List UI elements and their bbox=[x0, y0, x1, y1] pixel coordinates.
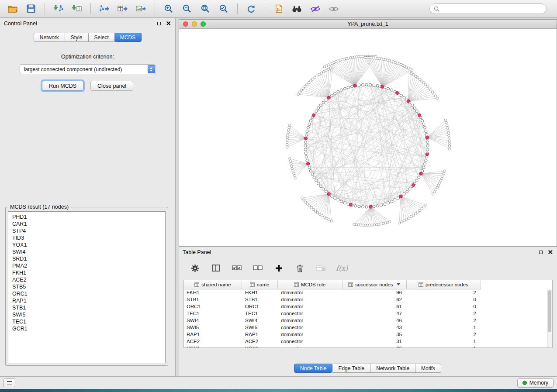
deselect-all-rows-button[interactable] bbox=[252, 262, 263, 274]
table-cell: FKH1 bbox=[184, 289, 242, 296]
run-mcds-button[interactable]: Run MCDS bbox=[42, 81, 83, 91]
export-network-button[interactable] bbox=[96, 2, 113, 16]
import-table-button[interactable] bbox=[69, 2, 85, 16]
control-tab-mcds[interactable]: MCDS bbox=[114, 33, 142, 42]
table-row[interactable]: SWI5SWI5connector431 bbox=[184, 324, 481, 331]
mcds-result-item[interactable]: ORC1 bbox=[8, 290, 165, 297]
zoom-selected-button[interactable] bbox=[215, 2, 232, 16]
zoom-in-button[interactable] bbox=[160, 2, 177, 16]
zoom-out-button[interactable] bbox=[179, 2, 195, 16]
mcds-result-item[interactable]: GCR1 bbox=[8, 325, 165, 332]
mcds-result-item[interactable]: FKH1 bbox=[8, 269, 165, 276]
open-session-button[interactable] bbox=[4, 2, 21, 16]
control-tab-style[interactable]: Style bbox=[65, 33, 89, 42]
column-header-shared-name[interactable]: shared name bbox=[184, 280, 242, 289]
column-type-icon bbox=[250, 282, 255, 287]
zoom-fit-button[interactable] bbox=[197, 2, 214, 16]
mcds-result-item[interactable]: SWI4 bbox=[8, 248, 165, 255]
mcds-result-item[interactable]: TEC1 bbox=[8, 318, 165, 325]
search-input[interactable] bbox=[442, 6, 542, 12]
table-cell: 1 bbox=[406, 345, 481, 348]
table-cell: 61 bbox=[342, 303, 406, 310]
mcds-result-item[interactable]: TID3 bbox=[8, 234, 165, 241]
mcds-result-item[interactable]: ACE2 bbox=[8, 276, 165, 283]
close-table-panel-icon[interactable]: ✕ bbox=[547, 250, 553, 254]
select-stepper-icon[interactable] bbox=[148, 65, 155, 73]
column-header-MCDS-role[interactable]: MCDS role bbox=[277, 280, 342, 289]
mcds-result-item[interactable]: STB5 bbox=[8, 283, 165, 290]
network-window-titlebar[interactable]: YPA_prune.txt_1 bbox=[179, 20, 557, 29]
network-graph[interactable] bbox=[179, 29, 557, 246]
table-tab-motifs[interactable]: Motifs bbox=[415, 364, 441, 373]
toolbar-separator bbox=[265, 3, 265, 14]
status-menu-button[interactable] bbox=[3, 378, 15, 387]
close-panel-button[interactable]: Close panel bbox=[90, 81, 133, 91]
save-session-button[interactable] bbox=[23, 2, 39, 16]
create-column-button[interactable] bbox=[273, 262, 284, 274]
mcds-result-item[interactable]: SRD1 bbox=[8, 255, 165, 262]
table-row[interactable]: SWI4SWI4dominator462 bbox=[184, 317, 481, 324]
column-label: MCDS role bbox=[301, 282, 325, 287]
table-cell: YOX1 bbox=[242, 345, 277, 348]
table-row[interactable]: FKH1FKH1dominator962 bbox=[184, 289, 481, 296]
search-icon bbox=[434, 6, 439, 12]
table-cell: YOX1 bbox=[184, 345, 242, 348]
hamburger-icon bbox=[7, 381, 12, 385]
highlight-filter-button[interactable] bbox=[307, 2, 324, 16]
criterion-select[interactable]: largest connected component (undirected) bbox=[20, 64, 156, 74]
import-table-disabled-button bbox=[315, 262, 326, 274]
table-row[interactable]: YOX1YOX1connector291 bbox=[184, 345, 481, 348]
show-hide-button[interactable] bbox=[325, 2, 342, 16]
float-table-panel-icon[interactable] bbox=[539, 251, 543, 254]
toolbar-separator bbox=[155, 3, 155, 14]
table-cell: 62 bbox=[342, 296, 406, 303]
column-header-predecessor-nodes[interactable]: predecessor nodes bbox=[406, 280, 481, 289]
control-panel-title: Control Panel bbox=[4, 21, 37, 27]
table-cell: 0 bbox=[406, 296, 481, 303]
table-row[interactable]: ACE2ACE2connector311 bbox=[184, 338, 481, 345]
zoom-in-icon bbox=[164, 4, 173, 14]
refresh-button[interactable] bbox=[243, 2, 259, 16]
column-type-icon bbox=[194, 282, 199, 287]
mcds-result-item[interactable]: STP4 bbox=[8, 227, 165, 234]
column-view-button[interactable] bbox=[210, 262, 221, 274]
import-network-button[interactable] bbox=[50, 2, 67, 16]
table-row[interactable]: STB1STB1dominator620 bbox=[184, 296, 481, 303]
export-table-button[interactable] bbox=[114, 2, 131, 16]
mcds-result-item[interactable]: SWI5 bbox=[8, 311, 165, 318]
delete-column-button[interactable] bbox=[294, 262, 305, 274]
table-settings-button[interactable] bbox=[189, 262, 201, 274]
table-cell: FKH1 bbox=[242, 289, 277, 296]
clone-network-button[interactable] bbox=[270, 2, 287, 16]
mcds-result-item[interactable]: STB1 bbox=[8, 304, 165, 311]
network-canvas[interactable] bbox=[179, 29, 557, 246]
column-header-name[interactable]: name bbox=[242, 280, 277, 289]
close-panel-icon[interactable]: ✕ bbox=[166, 21, 171, 26]
table-tab-node-table[interactable]: Node Table bbox=[294, 364, 333, 373]
table-scrollbar-thumb[interactable] bbox=[548, 290, 551, 332]
mcds-result-item[interactable]: RAP1 bbox=[8, 297, 165, 304]
table-scrollbar[interactable] bbox=[547, 289, 552, 347]
mcds-result-item[interactable]: YOX1 bbox=[8, 241, 165, 248]
control-tab-network[interactable]: Network bbox=[34, 33, 65, 42]
table-cell: dominator bbox=[277, 296, 342, 303]
mcds-result-item[interactable]: PHD1 bbox=[8, 213, 165, 220]
node-table-body: FKH1FKH1dominator962STB1STB1dominator620… bbox=[184, 289, 481, 348]
table-row[interactable]: RAP1RAP1dominator352 bbox=[184, 331, 481, 338]
table-row[interactable]: TEC1TEC1connector472 bbox=[184, 310, 481, 317]
memory-button[interactable]: Memory bbox=[517, 378, 554, 388]
select-all-rows-button[interactable] bbox=[231, 262, 242, 274]
column-header-successor-nodes[interactable]: successor nodes bbox=[342, 280, 406, 289]
status-bar: Memory bbox=[0, 376, 557, 389]
mcds-result-item[interactable]: PMA2 bbox=[8, 262, 165, 269]
table-tab-network-table[interactable]: Network Table bbox=[370, 364, 415, 373]
export-image-button[interactable] bbox=[133, 2, 149, 16]
mcds-result-item[interactable]: CAR1 bbox=[8, 220, 165, 227]
table-row[interactable]: ORC1ORC1dominator610 bbox=[184, 303, 481, 310]
import-table-icon bbox=[72, 4, 82, 13]
find-button[interactable] bbox=[289, 2, 305, 16]
table-tab-edge-table[interactable]: Edge Table bbox=[332, 364, 370, 373]
control-tab-select[interactable]: Select bbox=[89, 33, 115, 42]
table-cell: dominator bbox=[277, 331, 342, 338]
float-panel-icon[interactable] bbox=[157, 22, 161, 25]
